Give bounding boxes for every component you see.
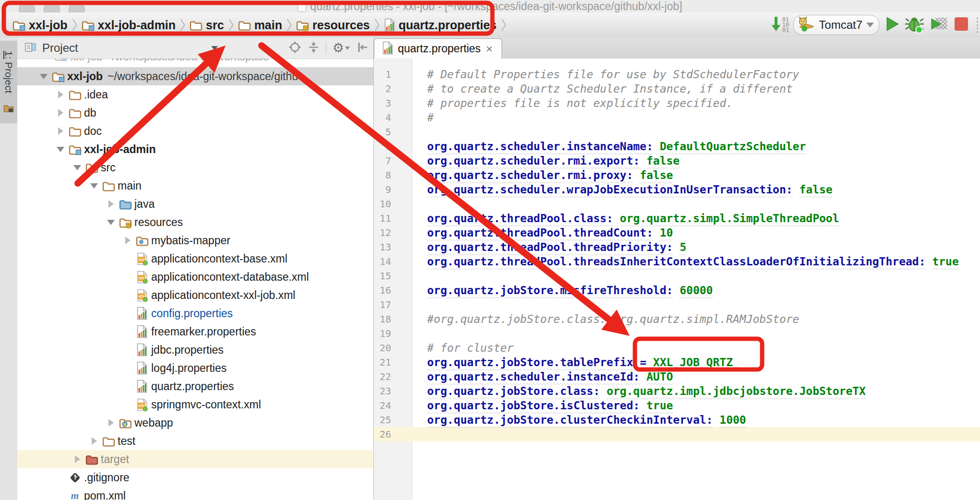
code-line-26[interactable]: 26 (374, 427, 980, 441)
update-arrow-icon (771, 14, 781, 36)
code-line-1[interactable]: 1# Default Properties file for use by St… (374, 67, 980, 82)
collapse-arrow-icon[interactable] (104, 419, 118, 427)
tab-quartz-properties[interactable]: quartz.properties × (374, 38, 502, 59)
breadcrumb-item-xxl-job[interactable]: xxl-job (12, 18, 68, 32)
tree-item-freemarker-properties[interactable]: freemarker.properties (17, 322, 373, 341)
code-line-4[interactable]: 4# (374, 110, 980, 125)
code-line-10[interactable]: 10 (374, 197, 980, 211)
code-line-24[interactable]: 24org.quartz.jobStore.isClustered: true (374, 398, 980, 413)
collapse-arrow-icon[interactable] (120, 237, 135, 244)
tree-item-idea[interactable]: .idea (17, 85, 373, 104)
tree-item-label: src (101, 161, 116, 174)
code-line-17[interactable]: 17 (374, 298, 980, 312)
code-line-3[interactable]: 3# properties file is not explicitly spe… (374, 96, 980, 110)
project-tool-window-button[interactable]: 1: Project (0, 41, 17, 123)
collapse-arrow-icon[interactable] (104, 200, 118, 208)
code-line-19[interactable]: 19 (374, 326, 980, 341)
tree-item-log4j-properties[interactable]: log4j.properties (17, 359, 373, 377)
tree-item-mybatis-mapper[interactable]: mybatis-mapper (17, 231, 373, 250)
code-line-16[interactable]: 16org.quartz.jobStore.misfireThreshold: … (374, 283, 980, 298)
code-line-8[interactable]: 8org.quartz.scheduler.rmi.proxy: false (374, 168, 980, 182)
tree-item-target[interactable]: target (17, 450, 373, 468)
code-line-14[interactable]: 14org.quartz.threadPool.threadsInheritCo… (374, 254, 980, 269)
tree-item-main[interactable]: main (17, 177, 373, 195)
expand-arrow-icon[interactable] (53, 147, 68, 152)
folder-icon (68, 125, 82, 138)
expand-arrow-icon[interactable] (70, 165, 84, 170)
breadcrumb-item-quartz-properties[interactable]: quartz.properties (384, 18, 497, 32)
code-line-23[interactable]: 23org.quartz.jobStore.class: org.quartz.… (374, 384, 980, 398)
collapse-all-button[interactable] (308, 41, 320, 56)
code-text: org.quartz.scheduler.rmi.export: false (412, 154, 680, 168)
tree-item-xxl-job[interactable]: xxl-job~/workspaces/idea-git-workspace/g… (17, 67, 373, 85)
toolbar-separator (326, 42, 326, 54)
line-number: 25 (374, 413, 412, 427)
code-line-20[interactable]: 20# for cluster (374, 341, 980, 355)
tree-item-webapp[interactable]: webapp (17, 414, 373, 432)
editor-body[interactable]: 1# Default Properties file for use by St… (374, 59, 980, 500)
code-line-22[interactable]: 22org.quartz.scheduler.instanceId: AUTO (374, 369, 980, 384)
code-line-25[interactable]: 25org.quartz.jobStore.clusterCheckinInte… (374, 413, 980, 427)
code-line-15[interactable]: 15 (374, 269, 980, 283)
code-line-21[interactable]: 21org.quartz.jobStore.tablePrefix = XXL_… (374, 355, 980, 369)
chevron-separator-icon (374, 18, 380, 32)
collapse-arrow-icon[interactable] (53, 109, 68, 117)
code-line-7[interactable]: 7org.quartz.scheduler.rmi.export: false (374, 154, 980, 168)
code-line-6[interactable]: 6org.quartz.scheduler.instanceName: Defa… (374, 139, 980, 154)
tree-item-config-properties[interactable]: config.properties (17, 304, 373, 322)
collapse-arrow-icon[interactable] (70, 455, 84, 463)
tree-item-applicationcontext-database-xml[interactable]: <>applicationcontext-database.xml (17, 268, 373, 286)
debug-button[interactable] (904, 14, 924, 36)
update-project-button[interactable]: 011001 (771, 14, 789, 36)
breadcrumb-item-main[interactable]: main (238, 18, 282, 32)
stop-button[interactable] (953, 16, 969, 34)
tree-item-pom-xml[interactable]: mpom.xml (17, 487, 373, 500)
expand-arrow-icon[interactable] (87, 183, 101, 189)
tree-item-src[interactable]: src (17, 158, 373, 177)
expand-arrow-icon[interactable] (36, 74, 51, 79)
code-line-5[interactable]: 5 (374, 125, 980, 139)
collapse-arrow-icon[interactable] (53, 91, 68, 98)
close-tab-icon[interactable]: × (485, 42, 494, 56)
breadcrumb-item-resources[interactable]: resources (296, 18, 370, 32)
tree-item-java[interactable]: java (17, 195, 373, 213)
svg-text:m: m (71, 490, 79, 500)
tree-item-resources[interactable]: resources (17, 213, 373, 231)
tree-item-quartz-properties[interactable]: quartz.properties (17, 377, 373, 395)
tree-item-gitignore[interactable]: .gitignore (17, 468, 373, 487)
breadcrumb-item-src[interactable]: src (190, 18, 224, 32)
tree-item-test[interactable]: test (17, 432, 373, 450)
hide-panel-button[interactable] (356, 41, 369, 55)
code-line-12[interactable]: 12org.quartz.threadPool.threadCount: 10 (374, 226, 980, 240)
tree-item-doc[interactable]: doc (17, 122, 373, 140)
code-line-2[interactable]: 2# to create a Quartz Scheduler Instance… (374, 82, 980, 96)
tree-item-springmvc-context-xml[interactable]: <>springmvc-context.xml (17, 395, 373, 414)
run-with-coverage-button[interactable] (929, 15, 949, 35)
collapse-arrow-icon[interactable] (53, 127, 68, 135)
breadcrumb-item-xxl-job-admin[interactable]: xxl-job-admin (82, 18, 176, 32)
settings-button[interactable]: ⚙ (333, 42, 350, 55)
line-number: 4 (374, 110, 412, 125)
tree-item-xxl-job-admin[interactable]: xxl-job-admin (17, 140, 373, 158)
code-line-18[interactable]: 18#org.quartz.jobStore.class: org.quartz… (374, 312, 980, 326)
tree-item-applicationcontext-xxl-job-xml[interactable]: <>applicationcontext-xxl-job.xml (17, 286, 373, 304)
run-button[interactable] (884, 15, 900, 35)
code-line-13[interactable]: 13org.quartz.threadPool.threadPriority: … (374, 240, 980, 254)
tree-item-db[interactable]: db (17, 104, 373, 122)
project-stripe-label: 1: Project (3, 51, 14, 94)
code-line-9[interactable]: 9org.quartz.scheduler.wrapJobExecutionIn… (374, 182, 980, 197)
resources-folder-icon (296, 19, 309, 32)
toolbar-drag-handle[interactable] (977, 18, 978, 33)
line-number: 22 (374, 369, 412, 384)
line-number: 5 (374, 125, 412, 139)
view-mode-chevron-icon[interactable] (211, 46, 218, 50)
collapse-arrow-icon[interactable] (87, 437, 101, 445)
folder-icon (84, 161, 99, 174)
code-line-11[interactable]: 11org.quartz.threadPool.class: org.quart… (374, 211, 980, 226)
run-configuration-selector[interactable]: Tomcat7 (793, 15, 879, 35)
expand-arrow-icon[interactable] (104, 220, 118, 225)
tree-item-jdbc-properties[interactable]: jdbc.properties (17, 341, 373, 359)
tree-item-applicationcontext-base-xml[interactable]: <>applicationcontext-base.xml (17, 250, 373, 268)
module-folder-icon (51, 70, 65, 83)
scroll-to-source-button[interactable] (288, 41, 301, 56)
